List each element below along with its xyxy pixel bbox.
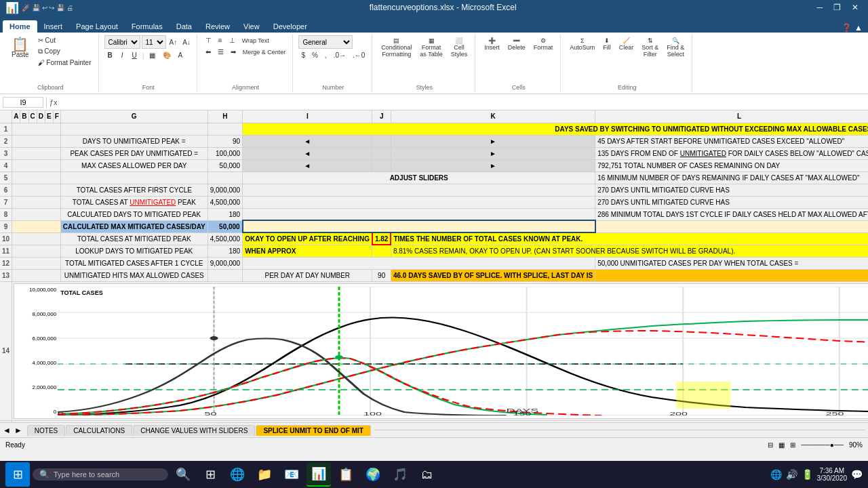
cell-A11[interactable] xyxy=(12,245,61,257)
cell-J4-right[interactable]: ► xyxy=(391,159,595,171)
network-icon[interactable]: 🌐 xyxy=(770,469,782,480)
tab-formulas[interactable]: Formulas xyxy=(125,20,170,33)
view-normal-icon[interactable]: ⊟ xyxy=(768,441,773,449)
tab-developer[interactable]: Developer xyxy=(267,20,314,33)
cell-G6[interactable]: TOTAL CASES AFTER FIRST CYCLE xyxy=(60,184,208,196)
cell-styles-button[interactable]: ⬜CellStyles xyxy=(448,35,471,60)
cell-K8[interactable]: 286 MINIMUM TOTAL DAYS 1ST CYCLE IF DAIL… xyxy=(595,208,868,220)
shrink-font-button[interactable]: A↓ xyxy=(180,37,193,47)
cell-A1[interactable] xyxy=(12,123,61,135)
close-button[interactable]: ✕ xyxy=(848,2,863,13)
taskbar-task-view[interactable]: ⊞ xyxy=(198,462,222,487)
cell-G13[interactable]: UNMITIGATED HITS MAX ALLOWED CASES xyxy=(60,269,208,281)
zoom-slider[interactable]: ──────●── xyxy=(801,441,844,449)
restore-button[interactable]: ❐ xyxy=(829,2,845,13)
cell-K9[interactable] xyxy=(595,220,868,232)
increase-decimal-button[interactable]: .0→ xyxy=(331,50,349,60)
tab-page-layout[interactable]: Page Layout xyxy=(69,20,125,33)
cell-G3[interactable]: PEAK CASES PER DAY UNMITIGATED = xyxy=(60,147,208,159)
insert-cells-button[interactable]: ➕Insert xyxy=(481,35,503,53)
bold-button[interactable]: B xyxy=(104,50,116,60)
cell-A7[interactable] xyxy=(12,196,61,208)
col-header-A[interactable]: A xyxy=(12,110,20,123)
cell-G8[interactable]: CALCULATED DAYS TO MITIGATED PEAK xyxy=(60,208,208,220)
col-header-G[interactable]: G xyxy=(60,110,208,123)
cell-H3[interactable]: 100,000 xyxy=(208,147,243,159)
minimize-ribbon-icon[interactable]: ▲ xyxy=(854,23,863,33)
cell-H6[interactable]: 9,000,000 xyxy=(208,184,243,196)
cell-K11[interactable]: 8.81% CASES REMAIN, OKAY TO OPEN UP. (CA… xyxy=(391,245,868,257)
autosum-button[interactable]: ΣAutoSum xyxy=(566,35,598,60)
align-middle-button[interactable]: ≡ xyxy=(216,35,225,45)
cell-A2[interactable] xyxy=(12,135,61,147)
underline-button[interactable]: U xyxy=(129,50,140,60)
col-header-E[interactable]: E xyxy=(45,110,54,123)
cell-J3-right[interactable]: ► xyxy=(391,147,595,159)
cell-K5[interactable]: 16 MINIMUM NUMBER OF DAYS REMAINING IF D… xyxy=(595,171,868,184)
align-left-button[interactable]: ⬅ xyxy=(203,47,214,57)
taskbar-files[interactable]: 🗂 xyxy=(415,462,439,487)
fill-button[interactable]: ⬇Fill xyxy=(599,35,614,60)
tab-review[interactable]: Review xyxy=(199,20,237,33)
clear-button[interactable]: 🧹Clear xyxy=(616,35,637,60)
start-button[interactable]: ⊞ xyxy=(5,462,30,487)
cell-G4[interactable]: MAX CASES ALLOWED PER DAY xyxy=(60,159,208,171)
cut-button[interactable]: ✂ Cut xyxy=(35,35,94,45)
view-pagebreak-icon[interactable]: ⊞ xyxy=(790,441,795,449)
cell-A9[interactable] xyxy=(12,220,61,232)
cell-K6[interactable]: 270 DAYS UNTIL MITIGATED CURVE HAS xyxy=(595,184,868,196)
cell-H5[interactable] xyxy=(208,171,243,184)
italic-button[interactable]: I xyxy=(118,50,127,60)
volume-icon[interactable]: 🔊 xyxy=(786,469,797,480)
font-size-select[interactable]: 11 xyxy=(142,35,166,49)
system-clock[interactable]: 7:36 AM 3/30/2020 xyxy=(817,467,848,482)
cell-I8[interactable] xyxy=(243,208,595,220)
cell-A10[interactable] xyxy=(12,232,61,245)
cell-K10[interactable]: TIMES THE NUMBER OF TOTAL CASES KNOWN AT… xyxy=(391,232,868,245)
cell-J2-right[interactable]: ► xyxy=(391,135,595,147)
taskbar-cortana[interactable]: 🔍 xyxy=(171,462,195,487)
find-select-button[interactable]: 🔍Find &Select xyxy=(663,35,688,60)
help-icon[interactable]: ❓ xyxy=(842,23,852,33)
sheet-nav-right[interactable]: ► xyxy=(14,426,22,435)
cell-H9[interactable]: 50,000 xyxy=(208,220,243,232)
cell-A12[interactable] xyxy=(12,257,61,269)
currency-button[interactable]: $ xyxy=(298,50,308,60)
cell-chart-area[interactable]: 10,000,000 8,000,000 6,000,000 4,000,000… xyxy=(12,281,868,420)
delete-cells-button[interactable]: ➖Delete xyxy=(505,35,529,53)
search-bar[interactable]: 🔍 xyxy=(33,468,168,481)
cell-G10[interactable]: TOTAL CASES AT MITIGATED PEAK xyxy=(60,232,208,245)
formula-input[interactable] xyxy=(60,98,865,106)
sheet-tab-calculations[interactable]: CALCULATIONS xyxy=(66,425,132,436)
cell-reference-input[interactable]: I9 xyxy=(3,97,43,108)
col-header-F[interactable]: F xyxy=(53,110,60,123)
sort-filter-button[interactable]: ⇅Sort &Filter xyxy=(638,35,662,60)
sheet-tab-splice[interactable]: SPLICE UNMIT TO END OF MIT xyxy=(256,425,371,436)
cell-I2-left[interactable]: ◄ xyxy=(243,135,372,147)
percent-button[interactable]: % xyxy=(309,50,321,60)
cell-I1[interactable]: DAYS SAVED BY SWITCHING TO UNMITIGATED W… xyxy=(243,123,868,135)
cell-K13[interactable]: 46.0 DAYS SAVED BY OF SPLICE. WITH SPLIC… xyxy=(391,269,595,281)
cell-K12[interactable]: 50,000 UNMITIGATED CASES PER DAY WHEN TO… xyxy=(595,257,868,269)
taskbar-mail[interactable]: 📧 xyxy=(279,462,304,487)
wrap-text-button[interactable]: Wrap Text xyxy=(239,36,272,45)
cell-K2[interactable]: 45 DAYS AFTER START BEFORE UNMITIGATED C… xyxy=(595,135,868,147)
cell-K3[interactable]: 135 DAYS FROM END OF UNMITIGATED FOR DAI… xyxy=(595,147,868,159)
cell-A4[interactable] xyxy=(12,159,61,171)
align-top-button[interactable]: ⊤ xyxy=(203,35,214,45)
cell-H10[interactable]: 4,500,000 xyxy=(208,232,243,245)
col-header-L[interactable]: L xyxy=(595,110,868,123)
format-painter-button[interactable]: 🖌 Format Painter xyxy=(35,58,94,68)
sheet-tab-notes[interactable]: NOTES xyxy=(27,425,65,436)
taskbar-powerpoint[interactable]: 📋 xyxy=(334,462,358,487)
taskbar-edge[interactable]: 🌐 xyxy=(225,462,250,487)
decrease-decimal-button[interactable]: .←0 xyxy=(350,50,368,60)
number-format-select[interactable]: General xyxy=(298,35,353,49)
col-header-I[interactable]: I xyxy=(243,110,372,123)
cell-H11[interactable]: 180 xyxy=(208,245,243,257)
cell-K7[interactable]: 270 DAYS UNTIL MITIGATED CURVE HAS xyxy=(595,196,868,208)
cell-H13[interactable] xyxy=(208,269,243,281)
col-header-C[interactable]: C xyxy=(28,110,37,123)
cell-G11[interactable]: LOOKUP DAYS TO MITIGATED PEAK xyxy=(60,245,208,257)
cell-H12[interactable]: 9,000,000 xyxy=(208,257,243,269)
